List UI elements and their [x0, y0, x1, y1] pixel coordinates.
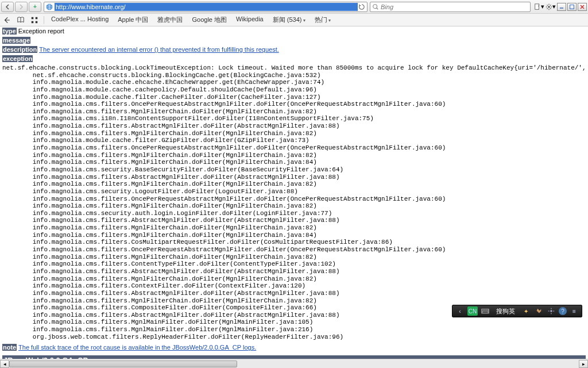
- svg-rect-19: [36, 17, 38, 19]
- svg-rect-18: [32, 17, 34, 19]
- scroll-thumb[interactable]: [9, 361, 237, 367]
- svg-point-1: [373, 4, 377, 8]
- svg-rect-27: [483, 312, 488, 313]
- stack-trace: net.sf.ehcache.constructs.blocking.LockT…: [2, 64, 586, 340]
- svg-point-28: [550, 310, 552, 312]
- type-text: Exception report: [18, 28, 64, 34]
- bookmark-item-2[interactable]: 雅虎中国: [155, 14, 185, 25]
- bookmark-bar: CodePlex ... HostingApple 中国雅虎中国Google 地…: [0, 14, 588, 26]
- scroll-left-button[interactable]: ◂: [0, 360, 9, 368]
- globe-icon: [45, 3, 53, 11]
- back-button[interactable]: [1, 2, 14, 12]
- svg-rect-14: [570, 5, 574, 9]
- svg-rect-22: [481, 309, 489, 314]
- bookmark-item-5[interactable]: 新闻 (534): [270, 14, 308, 25]
- svg-rect-20: [32, 21, 34, 23]
- ime-settings-icon[interactable]: [546, 306, 556, 316]
- ime-collapse-icon[interactable]: ‹: [455, 306, 465, 316]
- note-text: The full stack trace of the root cause i…: [18, 344, 256, 351]
- window-minimize-button[interactable]: [557, 3, 566, 11]
- svg-rect-21: [36, 21, 38, 23]
- search-input[interactable]: [381, 3, 529, 10]
- bookmark-item-4[interactable]: Wikipedia: [234, 14, 266, 25]
- ime-mode-text[interactable]: 搜狗英: [493, 307, 519, 316]
- browser-toolbar: + http://www.hibernate.org/ ▾ ▾: [0, 0, 588, 14]
- url-text[interactable]: http://www.hibernate.org/: [55, 3, 358, 11]
- history-back-icon[interactable]: [2, 16, 11, 25]
- label-message: message: [2, 37, 30, 44]
- add-tab-button[interactable]: +: [29, 2, 41, 12]
- svg-line-10: [550, 8, 551, 9]
- reload-icon[interactable]: [358, 3, 366, 11]
- description-text: The server encountered an internal error…: [39, 46, 279, 53]
- horizontal-scrollbar[interactable]: ◂ ▸: [0, 359, 588, 368]
- search-icon: [372, 3, 380, 11]
- scroll-right-button[interactable]: ▸: [579, 360, 588, 368]
- svg-rect-25: [485, 309, 486, 310]
- bookmark-item-6[interactable]: 热门: [312, 14, 333, 25]
- ime-skin-icon[interactable]: ✦: [521, 306, 531, 316]
- label-note: note: [2, 344, 17, 351]
- separator: [44, 16, 44, 24]
- svg-line-9: [547, 5, 548, 5]
- ime-language-bar[interactable]: ‹ CN 搜狗英 ✦ ? ≡: [452, 305, 582, 317]
- url-bar[interactable]: http://www.hibernate.org/: [44, 2, 368, 12]
- label-type: type: [2, 28, 17, 34]
- bookmark-item-1[interactable]: Apple 中国: [115, 14, 150, 25]
- browser-right-controls: ▾ ▾: [534, 2, 587, 12]
- grid-icon[interactable]: [30, 16, 39, 25]
- svg-line-2: [377, 7, 378, 9]
- ime-tool-icon[interactable]: [533, 306, 544, 316]
- search-box[interactable]: [370, 2, 531, 12]
- page-menu-button[interactable]: ▾: [534, 2, 544, 12]
- svg-rect-26: [487, 309, 488, 310]
- svg-line-11: [547, 8, 548, 9]
- reading-list-icon[interactable]: [16, 16, 25, 25]
- svg-point-4: [548, 6, 550, 7]
- svg-rect-3: [535, 3, 539, 9]
- label-exception: exception: [2, 55, 33, 62]
- settings-gear-button[interactable]: ▾: [546, 2, 556, 12]
- bookmark-item-3[interactable]: Google 地图: [189, 14, 229, 25]
- ime-keyboard-icon[interactable]: [480, 306, 490, 316]
- ime-menu-icon[interactable]: ≡: [569, 306, 579, 316]
- ime-lang-indicator[interactable]: CN: [467, 306, 478, 316]
- ime-help-icon[interactable]: ?: [559, 307, 567, 315]
- svg-rect-24: [483, 309, 485, 310]
- scroll-track[interactable]: [9, 360, 579, 368]
- bookmark-item-0[interactable]: CodePlex ... Hosting: [49, 14, 111, 25]
- forward-button[interactable]: [15, 2, 28, 12]
- window-maximize-button[interactable]: [567, 3, 577, 11]
- window-close-button[interactable]: [578, 3, 587, 11]
- svg-rect-23: [482, 309, 483, 310]
- svg-line-12: [550, 5, 551, 5]
- label-description: description: [2, 46, 37, 53]
